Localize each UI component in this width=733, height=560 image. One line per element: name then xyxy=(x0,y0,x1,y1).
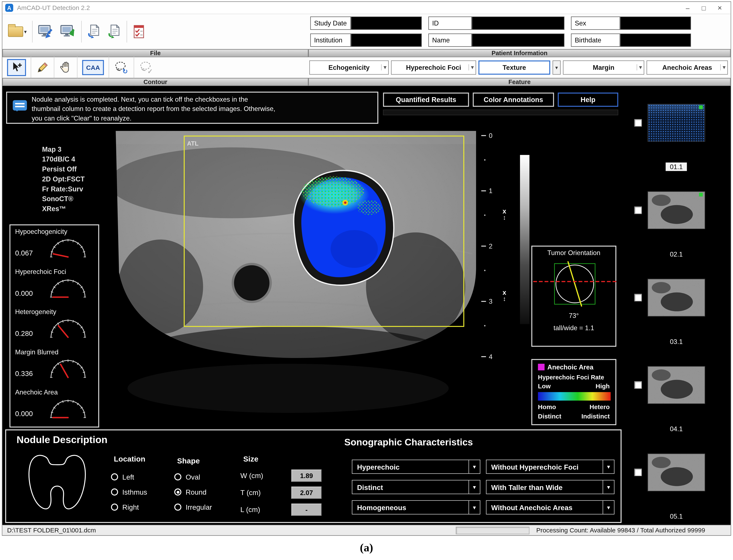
thumbnail-label[interactable]: 03.1 xyxy=(666,337,687,346)
thumbnail-label[interactable]: 05.1 xyxy=(666,512,687,521)
foci-dropdown[interactable]: Without Hyperechoic Foci ▾ xyxy=(486,460,615,474)
chevron-down-icon[interactable]: ▾ xyxy=(637,64,642,70)
thumbnail-item[interactable]: 01.1 xyxy=(624,104,731,185)
shape-header: Shape xyxy=(177,457,200,465)
institution-field[interactable] xyxy=(351,34,422,47)
color-annotations-button[interactable]: Color Annotations xyxy=(473,93,554,107)
band-row-2: Contour Feature xyxy=(2,78,731,86)
length-value[interactable]: - xyxy=(292,504,322,516)
thumbnail-checkbox[interactable] xyxy=(634,119,642,127)
lasso-refresh-icon: ↻ xyxy=(114,60,129,75)
pencil-icon xyxy=(36,61,49,74)
thumbnail-image[interactable] xyxy=(647,453,705,491)
thumbnail-item[interactable]: 02.1 xyxy=(624,191,731,273)
chevron-down-icon[interactable]: ▾ xyxy=(603,460,614,473)
chevron-down-icon[interactable]: ▾ xyxy=(469,64,473,70)
thumbnail-item[interactable]: 05.1 xyxy=(624,453,731,535)
radio-isthmus[interactable]: Isthmus xyxy=(111,488,147,496)
report-checklist-button[interactable] xyxy=(131,23,146,40)
open-folder-button[interactable]: ▾ xyxy=(7,25,28,38)
feature-dropdown-echogenicity[interactable]: Echogenicity ▾ xyxy=(309,60,389,75)
study-date-field[interactable] xyxy=(351,17,422,30)
thumbnail-list: 01.1 02.1 03.1 xyxy=(624,86,731,525)
feature-dropdown-anechoic-areas[interactable]: Anechoic Areas ▾ xyxy=(647,60,728,75)
chevron-down-icon[interactable]: ▾ xyxy=(720,64,725,70)
birthdate-field[interactable] xyxy=(620,34,691,47)
texture-dropdown[interactable]: Homogeneous ▾ xyxy=(352,500,480,515)
chevron-down-icon[interactable]: ▾ xyxy=(603,480,614,494)
chevron-down-icon[interactable]: ▾ xyxy=(24,29,27,35)
orientation-dropdown[interactable]: With Taller than Wide ▾ xyxy=(486,480,615,494)
radio-irregular[interactable]: Irregular xyxy=(174,503,212,511)
radio-circle[interactable] xyxy=(174,488,181,495)
ultrasound-image[interactable]: ATL xyxy=(90,131,486,424)
radio-circle[interactable] xyxy=(111,504,118,511)
sex-field[interactable] xyxy=(620,17,691,30)
capture-export-button[interactable] xyxy=(106,23,122,40)
import-image-button[interactable] xyxy=(37,23,55,40)
thumbnail-image[interactable] xyxy=(647,104,705,142)
radio-round[interactable]: Round xyxy=(174,488,207,496)
radio-circle[interactable] xyxy=(111,488,118,495)
margin-dropdown[interactable]: Distinct ▾ xyxy=(352,480,480,494)
thumbnail-checkbox[interactable] xyxy=(634,294,642,302)
file-band: File xyxy=(2,49,309,57)
capture-save-button[interactable] xyxy=(86,23,102,40)
chevron-down-icon[interactable]: ▾ xyxy=(381,64,386,70)
chevron-down-icon[interactable]: ▾ xyxy=(468,501,480,514)
pan-tool[interactable] xyxy=(59,61,72,74)
radio-circle[interactable] xyxy=(174,504,181,511)
texture-dropdown-arrow[interactable]: ▾ xyxy=(553,60,561,75)
divider xyxy=(54,57,54,78)
width-value[interactable]: 1.89 xyxy=(292,470,322,482)
speech-bubble-icon xyxy=(13,100,27,111)
radio-oval[interactable]: Oval xyxy=(174,473,200,481)
gauge-label: Anechoic Area xyxy=(15,388,95,396)
anechoic-dropdown[interactable]: Without Anechoic Areas ▾ xyxy=(486,500,615,515)
thumbnail-checkbox[interactable] xyxy=(634,206,642,214)
export-image-button[interactable] xyxy=(59,23,77,40)
caa-tool[interactable]: CAA xyxy=(82,60,104,75)
thumbnail-checkbox[interactable] xyxy=(634,469,642,476)
color-annotation-preview xyxy=(648,104,705,141)
thumbnail-label[interactable]: 01.1 xyxy=(666,163,687,171)
gauge-value: 0.067 xyxy=(15,249,46,259)
radio-circle[interactable] xyxy=(174,473,181,480)
thumbnail-image[interactable] xyxy=(647,191,705,229)
radio-left[interactable]: Left xyxy=(111,473,134,481)
thumbnail-image[interactable] xyxy=(647,279,705,316)
orientation-angle: 73° xyxy=(532,312,615,319)
feature-dropdown-texture[interactable]: Texture xyxy=(478,60,550,75)
name-field[interactable] xyxy=(472,34,564,47)
radio-circle[interactable] xyxy=(111,473,118,480)
thumbnail-item[interactable]: 04.1 xyxy=(624,366,731,447)
chevron-down-icon[interactable]: ▾ xyxy=(468,480,480,494)
gauge: Hyperechoic Foci 0.000 xyxy=(10,267,98,307)
thumbnail-label[interactable]: 02.1 xyxy=(666,250,687,258)
chevron-down-icon[interactable]: ▾ xyxy=(468,460,480,473)
thumbnail-item[interactable]: 03.1 xyxy=(624,279,731,360)
minimize-button[interactable]: – xyxy=(680,4,696,12)
feature-dropdown-hyperechoic-foci[interactable]: Hyperechoic Foci ▾ xyxy=(391,60,476,75)
chevron-down-icon[interactable]: ▾ xyxy=(603,501,614,514)
contour-band: Contour xyxy=(2,78,309,86)
contour-edit-tool[interactable] xyxy=(36,61,49,74)
id-field[interactable] xyxy=(472,17,564,30)
thumbnail-image[interactable] xyxy=(647,366,705,404)
contour-add-tool[interactable] xyxy=(7,59,26,76)
help-button[interactable]: Help xyxy=(558,93,618,107)
maximize-button[interactable]: □ xyxy=(696,4,712,12)
thumbnail-checkbox[interactable] xyxy=(634,381,642,389)
thickness-value[interactable]: 2.07 xyxy=(292,487,322,499)
confirm-lasso-tool[interactable]: ✓ xyxy=(139,60,154,75)
thumbnail-ultrasound xyxy=(648,192,705,229)
radio-right[interactable]: Right xyxy=(111,503,139,511)
gauge-value: 0.280 xyxy=(15,329,46,339)
feature-dropdown-margin[interactable]: Margin ▾ xyxy=(563,60,644,75)
quantified-results-button[interactable]: Quantified Results xyxy=(383,93,469,107)
thumbnail-label[interactable]: 04.1 xyxy=(666,425,687,433)
reanalyze-lasso-tool[interactable]: ↻ xyxy=(114,60,129,75)
echogenicity-dropdown[interactable]: Hyperechoic ▾ xyxy=(352,460,480,474)
close-button[interactable]: × xyxy=(712,4,728,12)
patient-information-panel: Study Date ID Sex Institution Name Birth… xyxy=(309,14,731,49)
